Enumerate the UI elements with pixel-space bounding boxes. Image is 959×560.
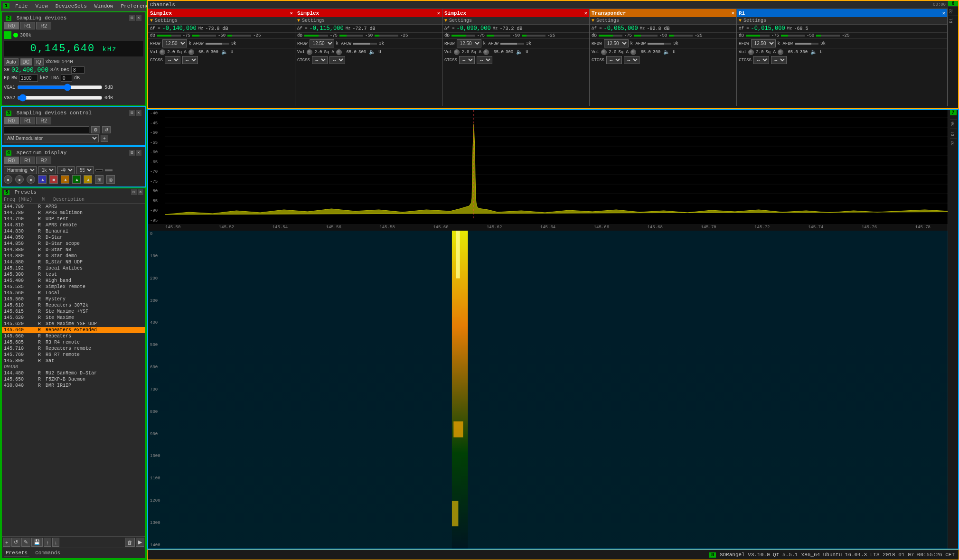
list-item-selected[interactable]: 145.640RRepeaters extended [2, 327, 145, 333]
list-item[interactable]: 430.040RDMR IR1IP [2, 383, 145, 389]
list-item[interactable]: 144.780RAPRS [2, 204, 145, 210]
list-item[interactable]: 145.660RRepeaters [2, 333, 145, 339]
settings-label-3[interactable]: Settings [449, 18, 472, 23]
dc-btn[interactable]: DC [20, 58, 32, 65]
menu-devicesets[interactable]: DeviceSets [52, 2, 91, 10]
ch1-audio-btn[interactable]: 🔈 [220, 49, 229, 55]
add-demod-btn[interactable]: + [101, 135, 108, 142]
start-stop-btn[interactable] [4, 31, 11, 39]
list-item[interactable]: 145.620RSte Maxime YSF UDP [2, 321, 145, 327]
channel-close-5[interactable]: ✕ [942, 10, 945, 16]
db2-select[interactable]: 55 [76, 166, 94, 174]
ch4-rfbw[interactable]: 12.50 [604, 39, 629, 47]
sd-tab-r0[interactable]: R0 [4, 157, 19, 164]
db-select[interactable]: -40 [57, 166, 75, 174]
tab-presets[interactable]: Presets [4, 549, 29, 557]
ch3-ctcss2[interactable]: -- [477, 56, 492, 64]
channels-scroll[interactable]: Simplex ✕ ▼ Settings Δf = -0,140,000 Hz … [148, 9, 948, 106]
sdc-tab-r1[interactable]: R1 [20, 117, 35, 124]
ch1-vol-knob[interactable] [160, 49, 165, 55]
auto-btn[interactable]: Auto [4, 58, 19, 65]
channel-close-3[interactable]: ✕ [584, 10, 587, 16]
rs-r2[interactable]: R2 [948, 6, 958, 16]
fft-size-select[interactable]: 1k [38, 166, 56, 174]
window-select[interactable]: Hamming [4, 166, 37, 174]
list-item[interactable]: 144.780RAPRS multimon [2, 210, 145, 216]
spectrum-btn-9[interactable]: ⊞ [95, 175, 103, 184]
presets-close[interactable]: ✕ [138, 189, 143, 195]
preset-delete-btn[interactable]: 🗑 [125, 538, 135, 547]
vga1-slider[interactable] [17, 83, 103, 92]
settings-label-1[interactable]: Settings [155, 18, 178, 23]
ch5-audio[interactable]: 🔈 [809, 49, 818, 55]
ch1-db-slider3[interactable] [227, 35, 251, 37]
ch1-ctcss-select[interactable]: -- [165, 56, 180, 64]
list-item[interactable]: 145.760RR6 R7 remote [2, 352, 145, 358]
list-item[interactable]: 145.710RRepeaters remote [2, 345, 145, 352]
preset-import-btn[interactable]: ↓ [52, 538, 60, 547]
presets-undock[interactable]: ⊡ [131, 189, 137, 195]
ch2-ctcss2[interactable]: -- [329, 56, 345, 64]
spectrum-btn-8[interactable]: ▲ [84, 175, 92, 184]
sd-undock[interactable]: ⊡ [129, 150, 135, 156]
list-item[interactable]: 145.610RRepeaters 3072k [2, 302, 145, 308]
ch1-afbw-slider[interactable] [206, 43, 229, 45]
menu-view[interactable]: View [31, 2, 51, 10]
panel-undock-btn[interactable]: ⊡ [129, 15, 135, 21]
settings-label-2[interactable]: Settings [302, 18, 325, 23]
list-item[interactable]: 145.300Rtest [2, 271, 145, 278]
menu-window[interactable]: Window [91, 2, 117, 10]
device-settings-btn[interactable]: ⚙ [91, 126, 100, 133]
ch5-ctcss2[interactable]: -- [771, 56, 787, 64]
panel-close-btn[interactable]: ✕ [136, 15, 141, 21]
spectrum-color-btn[interactable] [95, 169, 103, 171]
list-item[interactable]: 145.400RHigh band [2, 278, 145, 284]
preset-reload-btn[interactable]: ↺ [11, 538, 20, 547]
preset-edit-btn[interactable]: ✎ [21, 538, 30, 547]
channel-close-4[interactable]: ✕ [731, 10, 734, 16]
bw-input[interactable] [19, 75, 38, 82]
list-item[interactable]: 144.850RD-Star [2, 234, 145, 241]
sdc-tab-r2[interactable]: R2 [36, 117, 51, 124]
list-item[interactable]: 145.685RR3 R4 remote [2, 339, 145, 345]
iq-btn[interactable]: IQ [34, 58, 44, 65]
menu-file[interactable]: File [11, 2, 31, 10]
ch3-audio[interactable]: 🔈 [515, 49, 524, 55]
settings-label-5[interactable]: Settings [743, 18, 766, 23]
preset-export-btn[interactable]: ↑ [44, 538, 51, 547]
vga2-slider[interactable] [17, 93, 103, 103]
spectrum-btn-7[interactable]: ▲ [72, 175, 81, 184]
tab-r2[interactable]: R2 [36, 22, 51, 29]
ch3-ctcss1[interactable]: -- [459, 56, 475, 64]
rs-r1-spec[interactable]: R1 [950, 129, 957, 138]
list-item[interactable]: 144.810RAPRS remote [2, 222, 145, 228]
ch2-audio[interactable]: 🔈 [368, 49, 376, 55]
sd-tab-r1[interactable]: R1 [20, 157, 35, 164]
tab-r0[interactable]: R0 [4, 22, 19, 29]
settings-label-4[interactable]: Settings [596, 18, 619, 23]
ch4-audio[interactable]: 🔈 [662, 49, 671, 55]
sdc-close[interactable]: ✕ [136, 110, 141, 116]
preset-add-btn[interactable]: + [3, 538, 10, 547]
channel-close-1[interactable]: ✕ [290, 10, 293, 16]
list-item[interactable]: 144.880RD_Star NB UDP [2, 259, 145, 265]
ch1-rfbw-select[interactable]: 12.50 [162, 39, 187, 47]
spectrum-graph[interactable]: -40 -45 -50 -55 -60 -65 -70 -75 -80 -85 … [148, 110, 948, 224]
ch4-ctcss1[interactable]: -- [606, 56, 622, 64]
ch5-rfbw[interactable]: 12.50 [751, 39, 776, 47]
list-item[interactable]: 145.650RF5ZKP-B Daemon [2, 376, 145, 383]
list-item[interactable]: 145.620RSte Maxime [2, 315, 145, 321]
list-item[interactable]: 145.560RMystery [2, 296, 145, 302]
list-item[interactable]: 144.880RD-Star demo [2, 253, 145, 259]
tab-commands[interactable]: Commands [33, 549, 62, 557]
channel-close-2[interactable]: ✕ [437, 10, 440, 16]
device-reload-btn[interactable]: ↺ [102, 126, 111, 133]
list-item[interactable]: 144.830RBinaural [2, 228, 145, 234]
ch1-db-slider[interactable] [157, 35, 181, 37]
sdc-tab-r0[interactable]: R0 [4, 117, 19, 124]
ch3-rfbw[interactable]: 12.50 [457, 39, 481, 47]
spectrum-btn-4[interactable]: ▲ [38, 175, 47, 184]
ch2-ctcss1[interactable]: -- [312, 56, 328, 64]
ch4-ctcss2[interactable]: -- [624, 56, 639, 64]
tab-r1[interactable]: R1 [20, 22, 35, 29]
